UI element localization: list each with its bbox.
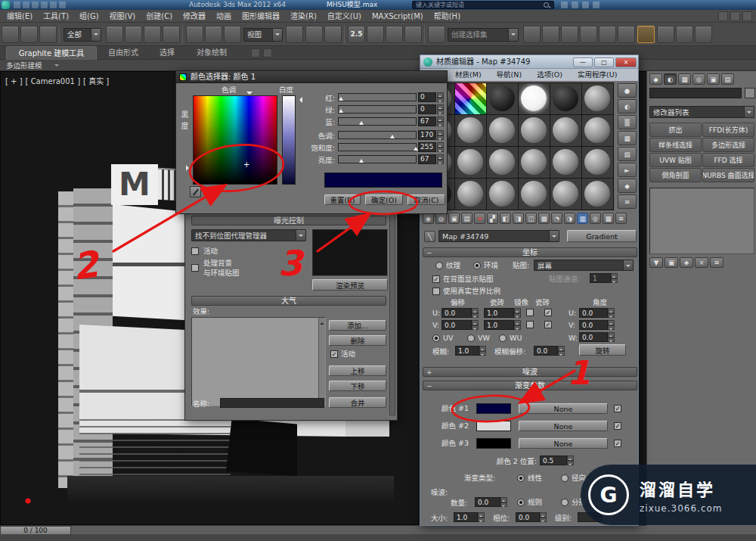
map-channel-field[interactable]: 1 bbox=[590, 273, 611, 283]
select-and-rotate-icon[interactable] bbox=[205, 26, 222, 43]
color1-swatch[interactable] bbox=[476, 403, 511, 414]
command-panel-tab-icon[interactable]: ▣ bbox=[707, 73, 720, 85]
material-sample-slot[interactable] bbox=[550, 83, 581, 114]
v-offset-field[interactable]: 0.0 bbox=[442, 320, 472, 330]
blur-field[interactable]: 1.0 bbox=[455, 346, 479, 356]
v-mirror-checkbox[interactable] bbox=[526, 321, 534, 328]
size-spinner[interactable] bbox=[478, 512, 485, 522]
menu-item[interactable]: 创建(C) bbox=[141, 10, 178, 23]
green-value-field[interactable]: 0 bbox=[418, 104, 436, 114]
material-name-combo[interactable]: Map #34749 bbox=[438, 230, 559, 242]
material-tool-icon[interactable]: ▥ bbox=[577, 213, 588, 224]
phase-field[interactable]: 0.0 bbox=[516, 512, 540, 522]
vw-radio[interactable] bbox=[467, 334, 475, 342]
value-value-field[interactable]: 67 bbox=[418, 154, 436, 164]
material-tool-icon[interactable]: × bbox=[474, 213, 485, 224]
material-tool-icon[interactable]: ◧ bbox=[500, 213, 511, 224]
color-selector-titlebar[interactable]: 颜色选择器: 颜色 1 bbox=[176, 71, 447, 83]
material-sample-slot[interactable] bbox=[519, 83, 550, 114]
material-sample-slot[interactable] bbox=[582, 83, 613, 114]
effect-active-checkbox[interactable]: ✓ bbox=[330, 350, 338, 358]
render-preview-button[interactable]: 渲染预览 bbox=[312, 279, 388, 291]
stack-tool-icon[interactable]: ≡ bbox=[710, 257, 723, 268]
material-sample-slot[interactable] bbox=[550, 179, 581, 210]
blur-spinner[interactable] bbox=[479, 346, 486, 356]
map-channel-spinner[interactable] bbox=[611, 273, 618, 283]
material-editor-menu-item[interactable]: 选项(O) bbox=[529, 69, 570, 81]
mirror-icon[interactable] bbox=[523, 26, 541, 43]
green-spinner[interactable] bbox=[437, 104, 444, 114]
modifier-button[interactable]: FFD(长方体) bbox=[702, 123, 754, 137]
linear-radio[interactable] bbox=[517, 474, 525, 482]
move-up-button[interactable]: 上移 bbox=[329, 365, 386, 376]
select-and-scale-icon[interactable] bbox=[224, 26, 241, 43]
process-background-checkbox[interactable] bbox=[191, 264, 199, 272]
tab-selection[interactable]: 选择 bbox=[150, 46, 184, 60]
exposure-control-rollout[interactable]: 曝光控制 bbox=[191, 216, 386, 225]
angle-snap-icon[interactable] bbox=[367, 26, 384, 43]
save-file-icon[interactable] bbox=[32, 2, 39, 8]
material-editor-menu-item[interactable]: 实用程序(U) bbox=[570, 69, 624, 81]
amount-spinner[interactable] bbox=[500, 497, 507, 507]
sample-option-icon[interactable]: ▦ bbox=[618, 131, 637, 145]
effects-list[interactable] bbox=[191, 317, 326, 406]
menu-item[interactable]: 动画 bbox=[211, 10, 237, 23]
effects-list-scrollbar[interactable] bbox=[318, 318, 325, 406]
saturation-spinner[interactable] bbox=[437, 142, 444, 152]
modifier-list-combo[interactable]: 修改器列表 bbox=[649, 106, 754, 118]
sample-option-icon[interactable]: ◆ bbox=[618, 179, 637, 193]
red-spinner[interactable] bbox=[437, 92, 444, 102]
minimize-icon[interactable]: — bbox=[573, 58, 593, 67]
u-tiling-spinner[interactable] bbox=[514, 308, 521, 318]
reference-coordinate-combo[interactable]: 视图 bbox=[243, 28, 283, 42]
color3-map-button[interactable]: None bbox=[519, 438, 608, 449]
red-slider[interactable] bbox=[338, 93, 417, 101]
whiteness-column[interactable] bbox=[282, 95, 296, 185]
color3-map-checkbox[interactable]: ✓ bbox=[614, 440, 621, 447]
red-value-field[interactable]: 0 bbox=[418, 92, 436, 102]
coordinates-rollout[interactable]: −坐标 bbox=[423, 247, 637, 257]
menu-item[interactable]: 视图(V) bbox=[104, 10, 141, 23]
noise-rollout[interactable]: +噪波 bbox=[423, 367, 637, 377]
close-icon[interactable]: × bbox=[615, 58, 637, 67]
render-production-icon[interactable] bbox=[695, 26, 712, 43]
modifier-button[interactable]: 倒角剖面 bbox=[649, 168, 702, 182]
unlink-selection-icon[interactable] bbox=[20, 26, 38, 43]
material-tool-icon[interactable]: ▦ bbox=[603, 213, 614, 224]
stack-tool-icon[interactable]: × bbox=[695, 257, 708, 268]
modifier-button[interactable]: 挤出 bbox=[649, 123, 702, 137]
effect-name-field[interactable] bbox=[220, 398, 324, 408]
material-sample-slot[interactable] bbox=[487, 179, 518, 210]
material-tool-icon[interactable]: ◉ bbox=[423, 213, 434, 224]
phase-spinner[interactable] bbox=[540, 512, 547, 522]
sample-option-icon[interactable]: ≡ bbox=[618, 194, 637, 209]
open-file-icon[interactable] bbox=[23, 2, 29, 8]
regular-radio[interactable] bbox=[517, 499, 525, 506]
u-offset-field[interactable]: 0.0 bbox=[442, 308, 472, 318]
sample-option-icon[interactable]: ● bbox=[618, 83, 637, 98]
eyedropper-icon[interactable] bbox=[190, 186, 201, 197]
material-tool-icon[interactable]: ▤ bbox=[461, 213, 472, 224]
value-spinner[interactable] bbox=[437, 154, 444, 164]
percent-snap-icon[interactable] bbox=[386, 26, 403, 43]
chevron-down-icon[interactable] bbox=[744, 107, 754, 117]
command-panel-tab-icon[interactable]: ◐ bbox=[664, 73, 677, 85]
modifier-button[interactable]: FFD 选择 bbox=[702, 153, 754, 167]
material-editor-menu-item[interactable]: 材质(M) bbox=[448, 69, 489, 81]
select-object-icon[interactable] bbox=[106, 26, 123, 43]
color1-map-button[interactable]: None bbox=[519, 403, 608, 414]
select-and-move-icon[interactable] bbox=[186, 26, 203, 43]
chevron-down-icon[interactable] bbox=[91, 29, 101, 41]
viewport-general-menu[interactable]: [ + ] bbox=[5, 77, 23, 86]
cancel-button[interactable]: 取消(C) bbox=[407, 194, 445, 205]
menu-item[interactable]: 工具(T) bbox=[38, 10, 74, 23]
select-and-manipulate-icon[interactable] bbox=[305, 26, 323, 43]
graphite-ribbon-toggle-icon[interactable] bbox=[580, 26, 597, 43]
tab-freeform[interactable]: 自由形式 bbox=[100, 46, 147, 60]
material-tool-icon[interactable]: ≡ bbox=[615, 213, 627, 224]
modifier-button[interactable]: NURBS 曲面选择 bbox=[702, 168, 754, 182]
blue-spinner[interactable] bbox=[437, 117, 444, 126]
viewport-layout-icon[interactable] bbox=[730, 11, 740, 21]
v-angle-field[interactable]: 0.0 bbox=[579, 320, 608, 330]
material-tool-icon[interactable]: ◨ bbox=[513, 213, 524, 224]
